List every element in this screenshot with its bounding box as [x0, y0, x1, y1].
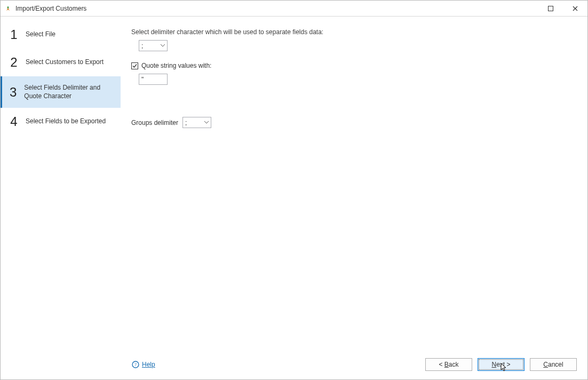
step-number: 1: [10, 28, 18, 41]
step-label: Select Customers to Export: [26, 58, 104, 67]
step-label: Select Fields to be Exported: [26, 117, 106, 126]
svg-text:?: ?: [134, 362, 137, 367]
window-title: Import/Export Customers: [15, 5, 86, 12]
groups-delimiter-label: Groups delimiter: [131, 119, 178, 126]
step-number: 3: [10, 86, 17, 99]
step-number: 2: [10, 56, 18, 69]
groups-delimiter-combobox[interactable]: ;: [182, 117, 211, 128]
chevron-down-icon: [158, 41, 167, 51]
svg-rect-0: [549, 6, 553, 11]
step-label: Select File: [26, 30, 55, 39]
quote-value: ": [141, 76, 144, 83]
wizard-steps-sidebar: 1 Select File 2 Select Customers to Expo…: [1, 17, 121, 379]
step-number: 4: [10, 115, 18, 128]
delimiter-value: ;: [141, 42, 158, 50]
app-icon: [4, 4, 12, 13]
maximize-button[interactable]: [538, 1, 563, 17]
footer: ? Help < Back Next > Cancel: [121, 358, 587, 371]
chevron-down-icon: [202, 117, 211, 128]
quote-checkbox[interactable]: [131, 62, 138, 69]
help-label: Help: [142, 361, 155, 368]
help-icon: ?: [131, 360, 140, 369]
wizard-step-4[interactable]: 4 Select Fields to be Exported: [1, 108, 121, 136]
wizard-step-2[interactable]: 2 Select Customers to Export: [1, 49, 121, 76]
wizard-step-3[interactable]: 3 Select Fields Delimiter and Quote Char…: [1, 76, 121, 108]
back-button[interactable]: < Back: [425, 358, 472, 371]
close-button[interactable]: [563, 1, 587, 17]
step-label: Select Fields Delimiter and Quote Charac…: [24, 84, 114, 100]
groups-delimiter-value: ;: [185, 119, 202, 126]
main-panel: Select delimiter character which will be…: [121, 17, 587, 379]
wizard-step-1[interactable]: 1 Select File: [1, 21, 121, 49]
content-area: 1 Select File 2 Select Customers to Expo…: [1, 17, 587, 379]
delimiter-combobox[interactable]: ;: [139, 40, 168, 51]
cancel-button[interactable]: Cancel: [530, 358, 577, 371]
titlebar: Import/Export Customers: [1, 1, 587, 17]
next-button[interactable]: Next >: [478, 358, 525, 371]
quote-character-input[interactable]: ": [139, 74, 168, 85]
quote-checkbox-label: Quote string values with:: [141, 62, 211, 69]
help-link[interactable]: ? Help: [131, 360, 155, 369]
delimiter-instruction: Select delimiter character which will be…: [131, 28, 577, 36]
